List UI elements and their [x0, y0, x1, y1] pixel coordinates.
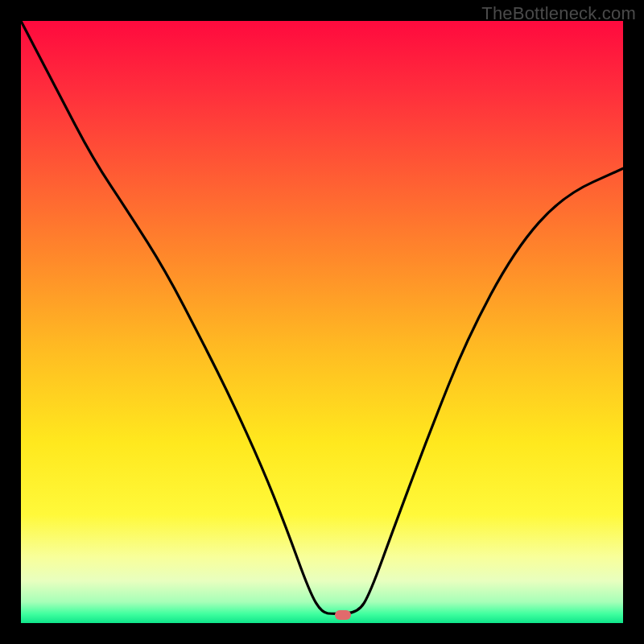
watermark-text: TheBottleneck.com [481, 3, 636, 24]
optimum-marker [335, 610, 351, 620]
bottleneck-curve [21, 21, 623, 623]
plot-area [21, 21, 623, 623]
chart-frame: TheBottleneck.com [0, 0, 644, 644]
